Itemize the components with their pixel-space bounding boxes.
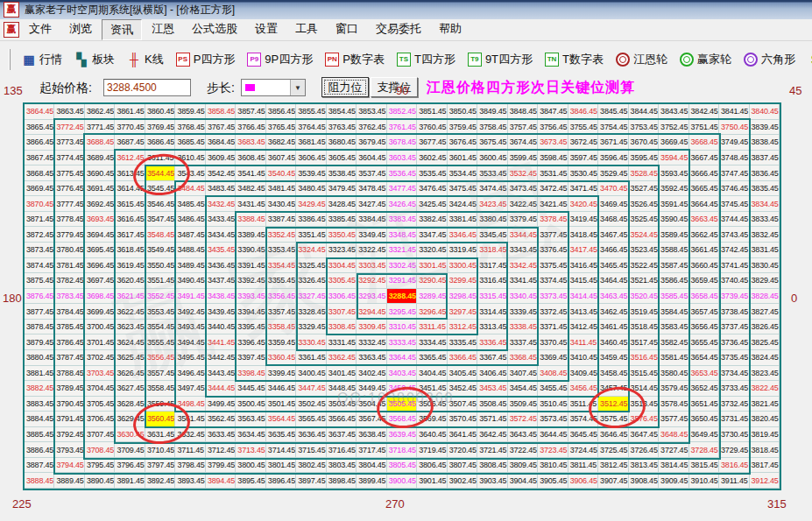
price-cell[interactable]: 3888.45 bbox=[25, 473, 54, 489]
price-cell[interactable]: 3356.45 bbox=[266, 289, 296, 305]
price-cell[interactable]: 3766.45 bbox=[236, 120, 265, 136]
price-cell[interactable]: 3820.45 bbox=[750, 412, 780, 427]
price-cell[interactable]: 3297.45 bbox=[448, 304, 477, 320]
price-cell[interactable]: 3903.45 bbox=[477, 473, 507, 489]
price-cell[interactable]: 3605.45 bbox=[327, 151, 357, 166]
price-cell[interactable]: 3334.45 bbox=[417, 334, 447, 350]
price-cell[interactable]: 3721.45 bbox=[477, 442, 507, 458]
price-cell[interactable]: 3404.45 bbox=[417, 366, 447, 382]
price-cell[interactable]: 3868.45 bbox=[25, 165, 54, 181]
price-cell[interactable]: 3559.45 bbox=[145, 397, 175, 412]
price-cell[interactable]: 3381.45 bbox=[448, 212, 477, 228]
price-cell[interactable]: 3623.45 bbox=[115, 320, 145, 335]
price-cell[interactable]: 3806.45 bbox=[417, 458, 447, 474]
price-cell[interactable]: 3883.45 bbox=[25, 397, 54, 412]
price-cell[interactable]: 3515.45 bbox=[629, 366, 659, 382]
price-cell[interactable]: 3505.45 bbox=[387, 397, 417, 412]
price-cell[interactable]: 3435.45 bbox=[206, 243, 236, 258]
price-cell[interactable]: 3437.45 bbox=[206, 273, 236, 289]
price-cell[interactable]: 3429.45 bbox=[296, 196, 326, 212]
price-cell[interactable]: 3556.45 bbox=[145, 350, 175, 366]
price-cell[interactable]: 3788.45 bbox=[54, 366, 84, 382]
price-cell[interactable]: 3611.45 bbox=[145, 151, 175, 166]
toolbar-button-板块[interactable]: ▚板块 bbox=[70, 49, 119, 70]
price-cell[interactable]: 3421.45 bbox=[538, 196, 568, 212]
price-cell[interactable]: 3389.45 bbox=[236, 227, 265, 243]
price-cell[interactable]: 3841.45 bbox=[719, 104, 749, 120]
price-cell[interactable]: 3497.45 bbox=[175, 381, 205, 397]
price-cell[interactable]: 3397.45 bbox=[236, 350, 265, 366]
price-cell[interactable]: 3701.45 bbox=[85, 334, 115, 350]
price-cell[interactable]: 3864.45 bbox=[25, 104, 54, 120]
price-cell[interactable]: 3734.45 bbox=[719, 366, 749, 382]
price-cell[interactable]: 3339.45 bbox=[508, 304, 538, 320]
price-cell[interactable]: 3479.45 bbox=[327, 181, 357, 197]
price-cell[interactable]: 3366.45 bbox=[448, 350, 477, 366]
price-cell[interactable]: 3672.45 bbox=[568, 135, 598, 151]
price-cell[interactable]: 3460.45 bbox=[598, 334, 628, 350]
price-cell[interactable]: 3905.45 bbox=[538, 473, 568, 489]
price-cell[interactable]: 3399.45 bbox=[266, 366, 296, 382]
price-cell[interactable]: 3667.45 bbox=[689, 151, 719, 166]
price-cell[interactable]: 3316.45 bbox=[477, 273, 507, 289]
price-cell[interactable]: 3703.45 bbox=[85, 366, 115, 382]
price-cell[interactable]: 3585.45 bbox=[659, 289, 688, 305]
price-cell[interactable]: 3890.45 bbox=[85, 473, 115, 489]
price-cell[interactable]: 3628.45 bbox=[115, 397, 145, 412]
price-cell[interactable]: 3538.45 bbox=[327, 165, 357, 181]
price-cell[interactable]: 3470.45 bbox=[598, 181, 628, 197]
price-cell[interactable]: 3811.45 bbox=[568, 458, 598, 474]
price-cell[interactable]: 3912.45 bbox=[750, 473, 780, 489]
menu-item-浏览[interactable]: 浏览 bbox=[61, 19, 100, 40]
price-cell[interactable]: 3856.45 bbox=[266, 104, 296, 120]
price-cell[interactable]: 3510.45 bbox=[538, 397, 568, 412]
price-cell[interactable]: 3828.45 bbox=[750, 289, 780, 305]
price-cell[interactable]: 3398.45 bbox=[236, 366, 265, 382]
price-cell[interactable]: 3769.45 bbox=[145, 120, 175, 136]
price-cell[interactable]: 3702.45 bbox=[85, 350, 115, 366]
price-cell[interactable]: 3781.45 bbox=[54, 258, 84, 274]
price-cell[interactable]: 3367.45 bbox=[477, 350, 507, 366]
price-cell[interactable]: 3780.45 bbox=[54, 243, 84, 258]
price-cell[interactable]: 3895.45 bbox=[236, 473, 265, 489]
price-cell[interactable]: 3730.45 bbox=[719, 427, 749, 443]
price-cell[interactable]: 3910.45 bbox=[689, 473, 719, 489]
price-cell[interactable]: 3899.45 bbox=[357, 473, 386, 489]
price-cell[interactable]: 3570.45 bbox=[448, 412, 477, 427]
price-cell[interactable]: 3654.45 bbox=[689, 350, 719, 366]
price-cell[interactable]: 3844.45 bbox=[629, 104, 659, 120]
toolbar-button-江恩轮[interactable]: 江恩轮 bbox=[611, 49, 672, 70]
price-cell[interactable]: 3584.45 bbox=[659, 304, 688, 320]
price-cell[interactable]: 3518.45 bbox=[629, 320, 659, 335]
price-cell[interactable]: 3602.45 bbox=[417, 151, 447, 166]
price-cell[interactable]: 3309.45 bbox=[357, 320, 386, 335]
price-cell[interactable]: 3673.45 bbox=[538, 135, 568, 151]
price-cell[interactable]: 3832.45 bbox=[750, 227, 780, 243]
price-cell[interactable]: 3741.45 bbox=[719, 258, 749, 274]
price-cell[interactable]: 3566.45 bbox=[327, 412, 357, 427]
price-cell[interactable]: 3495.45 bbox=[175, 350, 205, 366]
price-cell[interactable]: 3684.45 bbox=[206, 135, 236, 151]
price-cell[interactable]: 3561.45 bbox=[175, 412, 205, 427]
price-cell[interactable]: 3843.45 bbox=[659, 104, 688, 120]
price-cell[interactable]: 3808.45 bbox=[477, 458, 507, 474]
menu-item-资讯[interactable]: 资讯 bbox=[102, 19, 142, 40]
price-cell[interactable]: 3836.45 bbox=[750, 165, 780, 181]
price-cell[interactable]: 3656.45 bbox=[689, 320, 719, 335]
price-cell[interactable]: 3292.45 bbox=[357, 273, 386, 289]
price-cell[interactable]: 3826.45 bbox=[750, 320, 780, 335]
price-cell[interactable]: 3848.45 bbox=[508, 104, 538, 120]
price-cell[interactable]: 3512.45 bbox=[598, 397, 628, 412]
price-cell[interactable]: 3750.45 bbox=[719, 120, 749, 136]
price-cell[interactable]: 3525.45 bbox=[629, 212, 659, 228]
price-cell[interactable]: 3779.45 bbox=[54, 227, 84, 243]
price-cell[interactable]: 3863.45 bbox=[54, 104, 84, 120]
price-cell[interactable]: 3785.45 bbox=[54, 320, 84, 335]
price-cell[interactable]: 3304.45 bbox=[327, 258, 357, 274]
price-cell[interactable]: 3579.45 bbox=[659, 381, 688, 397]
price-cell[interactable]: 3424.45 bbox=[448, 196, 477, 212]
price-cell[interactable]: 3475.45 bbox=[448, 181, 477, 197]
price-cell[interactable]: 3308.45 bbox=[327, 320, 357, 335]
price-cell[interactable]: 3528.45 bbox=[629, 165, 659, 181]
price-cell[interactable]: 3739.45 bbox=[719, 289, 749, 305]
